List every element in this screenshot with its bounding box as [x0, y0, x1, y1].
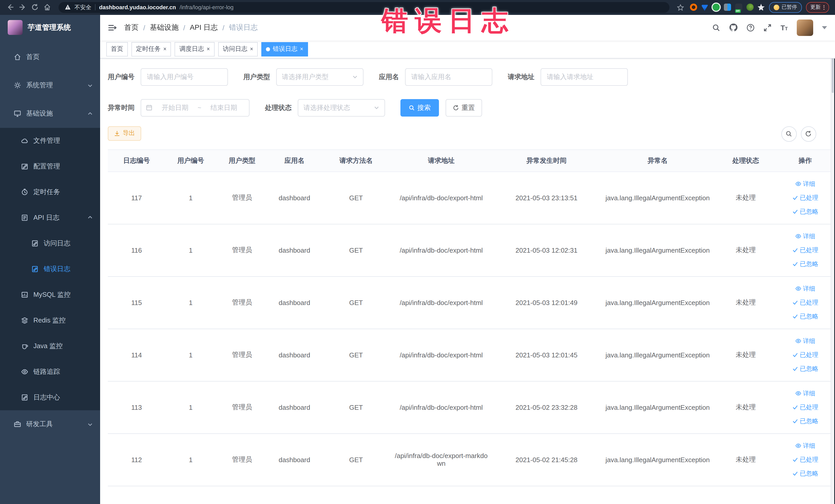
tab-close-icon[interactable]: ×	[300, 46, 303, 52]
user-id-input[interactable]	[141, 68, 228, 85]
mark-ignored-link[interactable]: 已忽略	[792, 312, 818, 321]
page-content: 用户编号 用户类型 请选择用户类型 应用名	[100, 58, 835, 504]
annotation-overlay-text: 错误日志	[382, 3, 515, 39]
col-method: 请求方法名	[321, 149, 391, 172]
font-size-button[interactable]: TT	[780, 24, 788, 31]
reset-button[interactable]: 重置	[446, 99, 482, 116]
mark-processed-link[interactable]: 已处理	[792, 403, 818, 411]
mark-processed-link[interactable]: 已处理	[792, 298, 818, 307]
browser-actions: on 已暂停 更新	[675, 2, 830, 13]
tab-home[interactable]: 首页	[106, 42, 128, 56]
address-bar[interactable]: 不安全 dashboard.yudao.iocoder.cn/infra/log…	[59, 2, 669, 13]
sidebar-item-system[interactable]: 系统管理	[0, 71, 100, 99]
mark-processed-link[interactable]: 已处理	[792, 193, 818, 202]
extension-orange-icon[interactable]	[690, 4, 697, 11]
detail-link[interactable]: 详细	[795, 180, 815, 188]
browser-forward-button[interactable]	[18, 2, 28, 13]
extension-green-check-icon[interactable]	[712, 4, 719, 11]
extension-star-icon[interactable]	[757, 4, 765, 11]
sidebar-toggle-button[interactable]	[108, 24, 117, 31]
mark-ignored-link[interactable]: 已忽略	[792, 469, 818, 478]
help-button[interactable]	[747, 23, 755, 32]
mark-processed-link[interactable]: 已处理	[792, 246, 818, 255]
filter-user-type: 用户类型 请选择用户类型	[243, 68, 364, 85]
sidebar-item-access-log[interactable]: 访问日志	[0, 230, 100, 256]
search-button[interactable]: 搜索	[401, 99, 439, 116]
header-search-button[interactable]	[712, 23, 720, 32]
sidebar-item-tracing[interactable]: 链路追踪	[0, 359, 100, 384]
home-icon	[14, 54, 21, 61]
extension-grid-icon[interactable]	[724, 4, 731, 11]
refresh-icon	[453, 104, 459, 110]
detail-link[interactable]: 详细	[795, 441, 815, 450]
detail-link[interactable]: 详细	[795, 284, 815, 293]
sidebar-item-error-log[interactable]: 错误日志	[0, 256, 100, 282]
tab-access-log[interactable]: 访问日志 ×	[218, 42, 258, 56]
filter-request-url: 请求地址	[508, 68, 628, 85]
search-icon	[712, 23, 720, 32]
export-button[interactable]: 导出	[108, 126, 141, 140]
app-logo[interactable]: 芋道管理系统	[0, 15, 100, 40]
sidebar-item-dev-tools[interactable]: 研发工具	[0, 410, 100, 438]
emoji-face-icon	[773, 5, 779, 10]
log-document-icon	[21, 214, 28, 221]
tab-schedule-log[interactable]: 调度日志 ×	[175, 42, 215, 56]
sidebar-item-mysql-monitor[interactable]: MySQL 监控	[0, 282, 100, 307]
bookmark-star-button[interactable]	[675, 2, 686, 13]
sidebar-item-config-management[interactable]: 配置管理	[0, 153, 100, 179]
sidebar-item-log-center[interactable]: 日志中心	[0, 384, 100, 410]
mark-processed-link[interactable]: 已处理	[792, 350, 818, 359]
sidebar-item-java-monitor[interactable]: Java 监控	[0, 333, 100, 359]
reload-icon	[31, 4, 39, 11]
sidebar-item-infrastructure[interactable]: 基础设施	[0, 99, 100, 127]
date-range-picker[interactable]: 开始日期 ~ 结束日期	[141, 99, 249, 116]
calendar-icon	[146, 104, 152, 111]
mark-ignored-link[interactable]: 已忽略	[792, 364, 818, 373]
table-row: 117 1 管理员 dashboard GET /api/infra/db-do…	[108, 172, 833, 224]
detail-link[interactable]: 详细	[795, 232, 815, 241]
tab-error-log[interactable]: 错误日志 ×	[262, 42, 308, 56]
browser-reload-button[interactable]	[30, 2, 40, 13]
user-menu-caret-icon[interactable]	[822, 26, 827, 29]
user-type-select[interactable]: 请选择用户类型	[276, 68, 364, 85]
mark-processed-link[interactable]: 已处理	[792, 455, 818, 464]
process-status-select[interactable]: 请选择处理状态	[298, 99, 385, 116]
fullscreen-icon	[763, 23, 772, 32]
extension-shield-icon[interactable]	[701, 4, 708, 11]
breadcrumb-infrastructure[interactable]: 基础设施	[150, 23, 179, 32]
url-host: dashboard.yudao.iocoder.cn	[99, 4, 176, 11]
browser-home-button[interactable]	[42, 2, 53, 13]
breadcrumb-api-log[interactable]: API 日志	[190, 23, 218, 32]
tab-close-icon[interactable]: ×	[207, 46, 210, 52]
refresh-table-button[interactable]	[801, 126, 816, 141]
tab-scheduled-tasks[interactable]: 定时任务 ×	[131, 42, 171, 56]
github-link[interactable]	[729, 23, 738, 32]
fullscreen-button[interactable]	[763, 23, 772, 32]
eye-icon	[795, 390, 801, 397]
mark-ignored-link[interactable]: 已忽略	[792, 260, 818, 268]
toggle-search-button[interactable]	[781, 126, 796, 141]
avatar[interactable]	[796, 19, 813, 36]
extension-leaf-icon[interactable]	[746, 4, 753, 11]
refresh-icon	[805, 130, 812, 137]
mark-ignored-link[interactable]: 已忽略	[792, 417, 818, 425]
sidebar-item-home[interactable]: 首页	[0, 43, 100, 71]
tab-close-icon[interactable]: ×	[250, 46, 253, 52]
breadcrumb-home[interactable]: 首页	[124, 23, 139, 32]
browser-update-button[interactable]: 更新	[806, 2, 829, 13]
detail-link[interactable]: 详细	[795, 337, 815, 345]
extension-dark-icon[interactable]: on	[735, 4, 742, 11]
sidebar: 芋道管理系统 首页 系统管理 基础设施	[0, 15, 100, 504]
paused-extension-badge[interactable]: 已暂停	[769, 2, 802, 13]
browser-back-button[interactable]	[5, 2, 15, 13]
sidebar-item-api-log[interactable]: API 日志	[0, 205, 100, 230]
sidebar-item-file-management[interactable]: 文件管理	[0, 127, 100, 153]
detail-link[interactable]: 详细	[795, 389, 815, 398]
request-url-input[interactable]	[541, 68, 628, 85]
app-name-input[interactable]	[405, 68, 492, 85]
mark-ignored-link[interactable]: 已忽略	[792, 207, 818, 216]
sidebar-item-redis-monitor[interactable]: Redis 监控	[0, 307, 100, 333]
tab-close-icon[interactable]: ×	[163, 46, 167, 52]
page-scrollbar[interactable]	[830, 15, 834, 504]
sidebar-item-scheduled-tasks[interactable]: 定时任务	[0, 179, 100, 205]
